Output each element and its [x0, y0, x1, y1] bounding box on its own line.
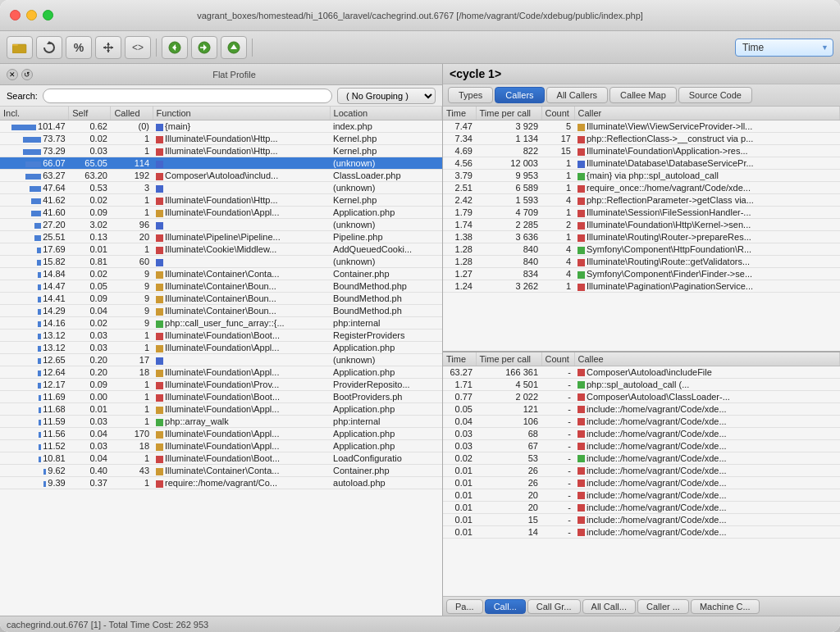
callees-row[interactable]: 0.77 2 022 - Composer\Autoload\ClassLoad…	[443, 390, 840, 402]
table-row[interactable]: 11.69 0.00 1 Illuminate\Foundation\Boot.…	[0, 391, 442, 403]
table-row[interactable]: 12.65 0.20 17 (unknown)	[0, 354, 442, 366]
callees-table-container[interactable]: Time Time per call Count Callee 63.27 16…	[443, 352, 840, 597]
table-row[interactable]: 27.20 3.02 96 (unknown)	[0, 219, 442, 231]
table-row[interactable]: 14.16 0.02 9 php::call_user_func_array::…	[0, 317, 442, 330]
table-row[interactable]: 9.39 0.37 1 require::/home/vagrant/Co...…	[0, 477, 442, 489]
refresh-button[interactable]	[36, 36, 62, 59]
callers-row[interactable]: 1.38 3 636 1 Illuminate\Routing\Router->…	[443, 231, 840, 243]
callers-row[interactable]: 4.69 822 15 Illuminate\Foundation\Applic…	[443, 145, 840, 157]
th-count[interactable]: Count	[541, 107, 574, 120]
callees-row[interactable]: 1.71 4 501 - php::spl_autoload_call (...	[443, 378, 840, 390]
th-location[interactable]: Location	[330, 107, 441, 120]
close-button[interactable]	[10, 10, 21, 20]
callers-row[interactable]: 2.51 6 589 1 require_once::/home/vagrant…	[443, 182, 840, 194]
table-row[interactable]: 17.69 0.01 1 Illuminate\Cookie\Middlew..…	[0, 243, 442, 256]
tab-source-code[interactable]: Source Code	[678, 87, 752, 103]
th-called[interactable]: Called	[111, 107, 153, 120]
th-caller[interactable]: Caller	[574, 107, 840, 120]
grouping-select[interactable]: ( No Grouping )	[337, 88, 436, 104]
percent-button[interactable]: %	[66, 36, 92, 59]
back-button[interactable]	[162, 36, 188, 59]
callers-row[interactable]: 3.79 9 953 1 {main} via php::spl_autoloa…	[443, 170, 840, 182]
up-button[interactable]	[221, 36, 247, 59]
table-row[interactable]: 73.73 0.02 1 Illuminate\Foundation\Http.…	[0, 133, 442, 145]
th-callee-time[interactable]: Time	[443, 352, 476, 366]
th-callee-count[interactable]: Count	[541, 352, 574, 366]
bottom-tab-allcall[interactable]: All Call...	[582, 599, 636, 614]
callers-row[interactable]: 2.42 1 593 4 php::ReflectionParameter->g…	[443, 194, 840, 207]
table-row[interactable]: 14.41 0.09 9 Illuminate\Container\Boun..…	[0, 293, 442, 305]
table-row[interactable]: 14.84 0.02 9 Illuminate\Container\Conta.…	[0, 268, 442, 280]
table-row[interactable]: 11.68 0.01 1 Illuminate\Foundation\Appl.…	[0, 403, 442, 416]
th-time[interactable]: Time	[443, 107, 476, 120]
callers-row[interactable]: 1.28 840 4 Illuminate\Routing\Route::get…	[443, 256, 840, 268]
table-row[interactable]: 25.51 0.13 20 Illuminate\Pipeline\Pipeli…	[0, 231, 442, 243]
tab-callee-map[interactable]: Callee Map	[609, 87, 677, 103]
move-button[interactable]	[95, 36, 121, 59]
th-function[interactable]: Function	[153, 107, 330, 120]
callers-row[interactable]: 4.56 12 003 1 Illuminate\Database\Databa…	[443, 157, 840, 170]
time-dropdown[interactable]: Time ▼	[735, 39, 833, 57]
callers-row[interactable]: 1.27 834 4 Symfony\Component\Finder\Find…	[443, 268, 840, 280]
tab-all-callers[interactable]: All Callers	[546, 87, 609, 103]
th-callee-tpc[interactable]: Time per call	[476, 352, 541, 366]
forward-button[interactable]	[191, 36, 217, 59]
th-self[interactable]: Self	[69, 107, 111, 120]
th-callee[interactable]: Callee	[574, 352, 840, 366]
callees-row[interactable]: 0.01 20 - include::/home/vagrant/Code/xd…	[443, 489, 840, 501]
callers-row[interactable]: 1.24 3 262 1 Illuminate\Pagination\Pagin…	[443, 280, 840, 293]
table-row[interactable]: 47.64 0.53 3 (unknown)	[0, 182, 442, 194]
th-tpc[interactable]: Time per call	[476, 107, 541, 120]
callers-row[interactable]: 1.79 4 709 1 Illuminate\Session\FileSess…	[443, 207, 840, 219]
callees-row[interactable]: 0.01 15 - include::/home/vagrant/Code/xd…	[443, 513, 840, 525]
callees-row[interactable]: 0.01 26 - include::/home/vagrant/Code/xd…	[443, 464, 840, 476]
table-row[interactable]: 15.82 0.81 60 (unknown)	[0, 256, 442, 268]
table-row[interactable]: 14.47 0.05 9 Illuminate\Container\Boun..…	[0, 280, 442, 293]
table-row[interactable]: 101.47 0.62 (0) {main} index.php	[0, 120, 442, 133]
tab-callers[interactable]: Callers	[495, 87, 544, 103]
search-input[interactable]	[43, 89, 332, 103]
callers-row[interactable]: 7.47 3 929 5 Illuminate\View\ViewService…	[443, 120, 840, 133]
table-row[interactable]: 13.12 0.03 1 Illuminate\Foundation\Boot.…	[0, 330, 442, 342]
callers-table-container[interactable]: Time Time per call Count Caller 7.47 3 9…	[443, 107, 840, 352]
table-row[interactable]: 73.29 0.03 1 Illuminate\Foundation\Http.…	[0, 145, 442, 157]
folder-button[interactable]	[7, 36, 33, 59]
callees-row[interactable]: 0.01 14 - include::/home/vagrant/Code/xd…	[443, 525, 840, 538]
compare-button[interactable]: <>	[125, 36, 151, 59]
callees-row[interactable]: 0.03 67 - include::/home/vagrant/Code/xd…	[443, 439, 840, 452]
table-row[interactable]: 12.17 0.09 1 Illuminate\Foundation\Prov.…	[0, 379, 442, 391]
table-row[interactable]: 63.27 63.20 192 Composer\Autoload\includ…	[0, 170, 442, 182]
table-row[interactable]: 66.07 65.05 114 (unknown)	[0, 157, 442, 170]
bottom-tab-machine[interactable]: Machine C...	[691, 599, 760, 614]
table-row[interactable]: 10.81 0.04 1 Illuminate\Foundation\Boot.…	[0, 452, 442, 465]
callees-row[interactable]: 0.05 121 - include::/home/vagrant/Code/x…	[443, 402, 840, 415]
table-row[interactable]: 14.29 0.04 9 Illuminate\Container\Boun..…	[0, 305, 442, 317]
callees-row[interactable]: 0.02 53 - include::/home/vagrant/Code/xd…	[443, 452, 840, 464]
flat-profile-table-container[interactable]: Incl. Self Called Function Location 101.…	[0, 107, 442, 616]
callers-row[interactable]: 7.34 1 134 17 php::ReflectionClass->__co…	[443, 133, 840, 145]
table-row[interactable]: 12.64 0.20 18 Illuminate\Foundation\Appl…	[0, 366, 442, 379]
callers-row[interactable]: 1.28 840 4 Symfony\Component\HttpFoundat…	[443, 243, 840, 256]
table-row[interactable]: 41.62 0.02 1 Illuminate\Foundation\Http.…	[0, 194, 442, 207]
table-row[interactable]: 11.59 0.03 1 php::array_walk php:interna…	[0, 416, 442, 428]
callees-row[interactable]: 0.03 68 - include::/home/vagrant/Code/xd…	[443, 427, 840, 439]
minimize-button[interactable]	[26, 10, 37, 20]
callees-row[interactable]: 0.01 20 - include::/home/vagrant/Code/xd…	[443, 501, 840, 513]
table-row[interactable]: 13.12 0.03 1 Illuminate\Foundation\Appl.…	[0, 342, 442, 354]
table-row[interactable]: 41.60 0.09 1 Illuminate\Foundation\Appl.…	[0, 207, 442, 219]
bottom-tab-pa[interactable]: Pa...	[446, 599, 483, 614]
bottom-tab-callgr[interactable]: Call Gr...	[527, 599, 581, 614]
callers-row[interactable]: 1.74 2 285 2 Illuminate\Foundation\Http\…	[443, 219, 840, 231]
maximize-button[interactable]	[43, 10, 53, 20]
callees-row[interactable]: 0.01 26 - include::/home/vagrant/Code/xd…	[443, 476, 840, 489]
callees-row[interactable]: 0.04 106 - include::/home/vagrant/Code/x…	[443, 415, 840, 427]
flat-profile-refresh[interactable]: ↺	[21, 69, 33, 80]
table-row[interactable]: 9.62 0.40 43 Illuminate\Container\Conta.…	[0, 465, 442, 477]
tab-types[interactable]: Types	[448, 87, 493, 103]
flat-profile-close[interactable]: ✕	[7, 69, 18, 80]
bottom-tab-caller[interactable]: Caller ...	[637, 599, 689, 614]
bottom-tab-call[interactable]: Call...	[485, 599, 526, 614]
callees-row[interactable]: 63.27 166 361 - Composer\Autoload\includ…	[443, 366, 840, 378]
table-row[interactable]: 11.52 0.03 18 Illuminate\Foundation\Appl…	[0, 440, 442, 452]
th-incl[interactable]: Incl.	[0, 107, 69, 120]
